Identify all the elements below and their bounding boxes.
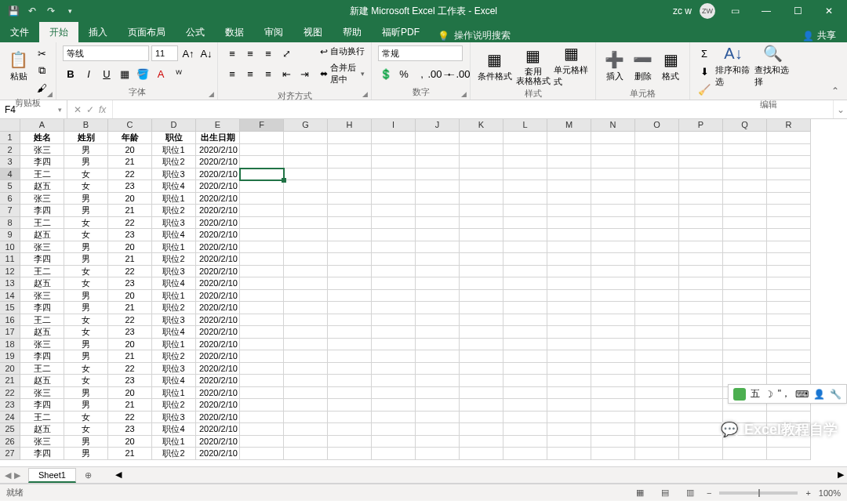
cell[interactable] <box>372 193 416 205</box>
cell[interactable] <box>767 253 811 266</box>
cell[interactable]: 职位2 <box>152 448 196 460</box>
cell[interactable]: 男 <box>64 241 108 254</box>
cell[interactable] <box>328 326 372 339</box>
cell[interactable] <box>723 241 767 254</box>
cell[interactable]: 2020/2/10 <box>196 180 240 193</box>
cell[interactable]: 2020/2/10 <box>196 241 240 254</box>
cell[interactable]: 女 <box>64 180 108 193</box>
row-header[interactable]: 11 <box>0 253 20 266</box>
cell[interactable]: 20 <box>108 436 152 448</box>
cell[interactable] <box>635 144 679 157</box>
cell[interactable]: 赵五 <box>20 326 64 339</box>
cell[interactable] <box>460 266 503 278</box>
cell[interactable] <box>723 326 767 339</box>
cell[interactable]: 20 <box>108 144 152 157</box>
cell[interactable] <box>635 314 679 327</box>
cell[interactable] <box>416 229 460 241</box>
cell[interactable] <box>503 144 547 157</box>
cell[interactable]: 男 <box>64 205 108 217</box>
cell[interactable] <box>240 448 284 460</box>
cell[interactable]: 2020/2/10 <box>196 253 240 266</box>
cell[interactable] <box>723 363 767 375</box>
cell[interactable] <box>284 229 328 241</box>
row-header[interactable]: 9 <box>0 229 20 241</box>
cell[interactable] <box>679 205 723 217</box>
enter-formula-icon[interactable]: ✓ <box>86 104 94 115</box>
zoom-slider[interactable] <box>719 491 798 495</box>
cell[interactable] <box>372 266 416 278</box>
ime-user-icon[interactable]: 👤 <box>813 389 825 400</box>
cell[interactable] <box>547 387 591 400</box>
cell[interactable] <box>503 193 547 205</box>
cell[interactable] <box>591 169 635 181</box>
sheet-next-icon[interactable]: ▶ <box>14 470 20 480</box>
cell[interactable] <box>503 448 547 460</box>
cell[interactable] <box>635 423 679 436</box>
cell[interactable] <box>635 350 679 363</box>
cell[interactable] <box>460 302 503 314</box>
decrease-font-icon[interactable]: A↓ <box>198 45 214 61</box>
column-header[interactable]: K <box>460 119 503 132</box>
cell[interactable] <box>416 436 460 448</box>
cell[interactable] <box>460 387 503 400</box>
cell[interactable] <box>328 193 372 205</box>
cell[interactable] <box>416 314 460 327</box>
cell[interactable]: 女 <box>64 423 108 436</box>
cell[interactable] <box>328 363 372 375</box>
align-center-icon[interactable]: ≡ <box>242 66 258 82</box>
cell[interactable] <box>679 387 723 400</box>
cell[interactable] <box>416 253 460 266</box>
zoom-out-icon[interactable]: − <box>707 488 711 498</box>
cell[interactable] <box>503 302 547 314</box>
column-header[interactable]: I <box>372 119 416 132</box>
cell[interactable] <box>635 180 679 193</box>
cell[interactable] <box>591 205 635 217</box>
cell[interactable] <box>591 339 635 351</box>
cell[interactable]: 22 <box>108 217 152 230</box>
share-button[interactable]: 👤 共享 <box>791 29 847 42</box>
cell[interactable] <box>723 448 767 460</box>
horizontal-scrollbar[interactable]: ◀ ▶ <box>112 470 847 480</box>
cell[interactable] <box>372 156 416 169</box>
cell[interactable] <box>460 277 503 290</box>
cell[interactable] <box>635 387 679 400</box>
cell[interactable] <box>547 314 591 327</box>
cell[interactable] <box>503 217 547 230</box>
cell[interactable] <box>372 339 416 351</box>
cell[interactable] <box>547 302 591 314</box>
row-header[interactable]: 5 <box>0 180 20 193</box>
cell[interactable]: 王二 <box>20 169 64 181</box>
cell[interactable]: 男 <box>64 339 108 351</box>
tab-data[interactable]: 数据 <box>215 22 254 42</box>
cell[interactable]: 23 <box>108 277 152 290</box>
cell[interactable] <box>284 423 328 436</box>
cell[interactable]: 职位4 <box>152 423 196 436</box>
cell[interactable]: 女 <box>64 363 108 375</box>
cell[interactable]: 21 <box>108 350 152 363</box>
cell[interactable] <box>547 241 591 254</box>
cell[interactable] <box>635 290 679 303</box>
cell[interactable]: 职位3 <box>152 314 196 327</box>
cell[interactable] <box>767 241 811 254</box>
font-name-input[interactable] <box>63 45 149 61</box>
accounting-icon[interactable]: 💲 <box>378 66 394 82</box>
cell[interactable] <box>635 436 679 448</box>
tab-insert[interactable]: 插入 <box>78 22 118 42</box>
cell[interactable] <box>328 448 372 460</box>
cell[interactable] <box>284 314 328 327</box>
cell[interactable] <box>372 241 416 254</box>
close-icon[interactable]: ✕ <box>817 0 841 22</box>
alignment-launcher-icon[interactable]: ◢ <box>362 90 368 98</box>
tell-me-search[interactable]: 💡 操作说明搜索 <box>430 29 518 42</box>
cell[interactable] <box>767 193 811 205</box>
cell[interactable] <box>723 156 767 169</box>
cell[interactable]: 职位2 <box>152 205 196 217</box>
cell[interactable]: 22 <box>108 169 152 181</box>
cell[interactable] <box>284 241 328 254</box>
row-header[interactable]: 2 <box>0 144 20 157</box>
cell[interactable] <box>328 302 372 314</box>
decrease-decimal-icon[interactable]: ←.00 <box>450 66 466 82</box>
cell[interactable] <box>372 326 416 339</box>
cell[interactable] <box>460 169 503 181</box>
cell[interactable] <box>460 423 503 436</box>
